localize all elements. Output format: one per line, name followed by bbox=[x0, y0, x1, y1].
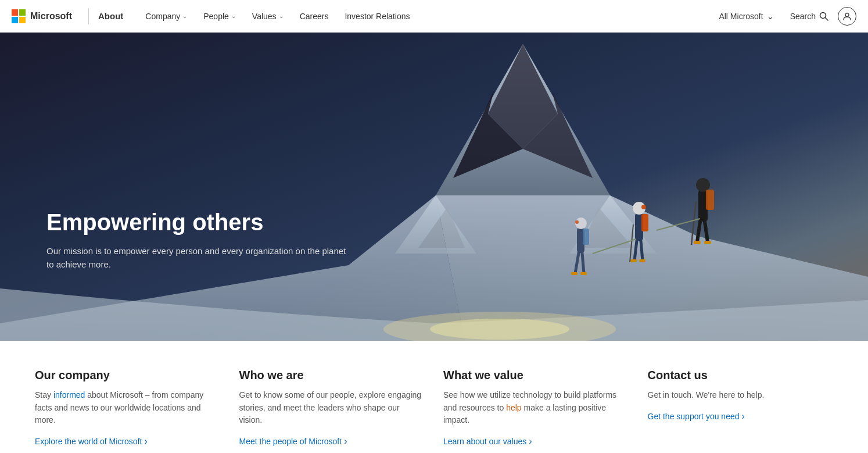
card-our-company-heading: Our company bbox=[35, 369, 221, 382]
nav-links: Company ⌄ People ⌄ Values ⌄ Careers Inve… bbox=[137, 0, 418, 33]
svg-line-1 bbox=[826, 17, 828, 20]
svg-line-30 bbox=[641, 241, 643, 261]
svg-point-37 bbox=[575, 220, 579, 224]
search-icon bbox=[819, 12, 828, 21]
chevron-down-icon: ⌄ bbox=[231, 13, 236, 19]
logo-blue bbox=[12, 17, 18, 23]
card-contact-us-link[interactable]: Get the support you need › bbox=[648, 411, 745, 422]
nav-about-label: About bbox=[98, 11, 123, 21]
logo-yellow bbox=[19, 17, 26, 23]
svg-line-40 bbox=[582, 253, 584, 273]
mountain-svg bbox=[0, 33, 868, 341]
svg-point-2 bbox=[845, 13, 849, 16]
logo-red bbox=[12, 9, 18, 16]
card-what-we-value: What we value See how we utilize technol… bbox=[443, 369, 629, 447]
cards-section: Our company Stay informed about Microsof… bbox=[0, 341, 868, 453]
navbar-right: All Microsoft ⌄ Search bbox=[712, 0, 856, 33]
card-who-we-are-heading: Who we are bbox=[239, 369, 425, 382]
svg-rect-22 bbox=[704, 241, 711, 244]
svg-point-15 bbox=[430, 319, 569, 340]
card-who-we-are-link[interactable]: Meet the people of Microsoft › bbox=[239, 436, 347, 447]
svg-rect-31 bbox=[630, 259, 637, 262]
search-link[interactable]: Search bbox=[783, 0, 835, 33]
svg-rect-28 bbox=[641, 214, 648, 231]
microsoft-logo[interactable]: Microsoft bbox=[12, 9, 72, 23]
chevron-down-icon: ⌄ bbox=[182, 13, 187, 19]
hero-content: Empowering others Our mission is to empo… bbox=[46, 209, 346, 271]
svg-rect-38 bbox=[583, 229, 589, 245]
arrow-icon: › bbox=[344, 436, 347, 447]
svg-rect-21 bbox=[694, 241, 701, 244]
card-our-company-body: Stay informed about Microsoft – from com… bbox=[35, 389, 221, 427]
navbar-left: Microsoft About Company ⌄ People ⌄ Value… bbox=[12, 0, 418, 33]
nav-values[interactable]: Values ⌄ bbox=[244, 0, 292, 33]
card-contact-us-body: Get in touch. We're here to help. bbox=[648, 389, 834, 402]
ms-logo-text: Microsoft bbox=[30, 11, 72, 22]
nav-people[interactable]: People ⌄ bbox=[195, 0, 244, 33]
svg-rect-42 bbox=[580, 272, 587, 275]
nav-divider bbox=[88, 8, 89, 24]
card-who-we-are: Who we are Get to know some of our peopl… bbox=[239, 369, 425, 447]
arrow-icon: › bbox=[529, 436, 532, 447]
arrow-icon: › bbox=[742, 411, 745, 422]
card-what-we-value-body: See how we utilize technology to build p… bbox=[443, 389, 629, 427]
hero-section: Empowering others Our mission is to empo… bbox=[0, 33, 868, 341]
nav-investor-relations[interactable]: Investor Relations bbox=[336, 0, 418, 33]
card-contact-us: Contact us Get in touch. We're here to h… bbox=[648, 369, 834, 447]
person-icon bbox=[842, 12, 852, 21]
svg-point-27 bbox=[641, 205, 646, 209]
card-contact-us-heading: Contact us bbox=[648, 369, 834, 382]
hero-subtitle: Our mission is to empower every person a… bbox=[46, 245, 346, 271]
chevron-down-icon: ⌄ bbox=[767, 12, 774, 21]
card-our-company: Our company Stay informed about Microsof… bbox=[35, 369, 221, 447]
card-who-we-are-body: Get to know some of our people, explore … bbox=[239, 389, 425, 427]
ms-logo-grid bbox=[12, 9, 26, 23]
card-what-we-value-link[interactable]: Learn about our values › bbox=[443, 436, 532, 447]
mountain-container bbox=[0, 33, 868, 341]
chevron-down-icon: ⌄ bbox=[279, 13, 284, 19]
nav-company[interactable]: Company ⌄ bbox=[137, 0, 195, 33]
all-microsoft-link[interactable]: All Microsoft ⌄ bbox=[712, 0, 780, 33]
arrow-icon: › bbox=[144, 436, 147, 447]
card-our-company-link[interactable]: Explore the world of Microsoft › bbox=[35, 436, 148, 447]
svg-rect-18 bbox=[706, 190, 714, 210]
nav-careers[interactable]: Careers bbox=[292, 0, 337, 33]
card-what-we-value-heading: What we value bbox=[443, 369, 629, 382]
logo-green bbox=[19, 9, 26, 16]
navbar: Microsoft About Company ⌄ People ⌄ Value… bbox=[0, 0, 868, 33]
sign-in-button[interactable] bbox=[838, 7, 856, 26]
svg-rect-41 bbox=[571, 272, 578, 275]
hero-title: Empowering others bbox=[46, 209, 346, 236]
svg-rect-32 bbox=[639, 259, 645, 262]
